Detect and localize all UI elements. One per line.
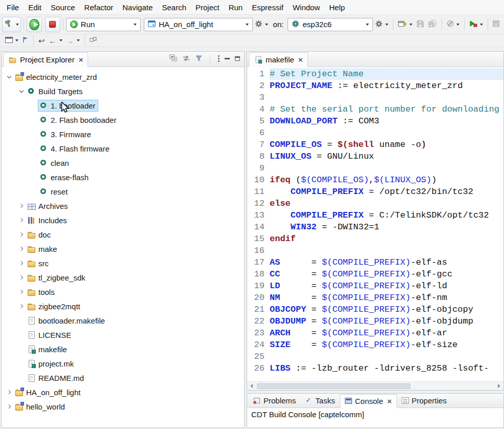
menu-file[interactable]: File [2, 1, 24, 14]
expander-slot[interactable] [5, 388, 13, 397]
tree-item-makefile[interactable]: makefile [2, 342, 244, 356]
code-editor[interactable]: 1# Set Project Name2PROJECT_NAME := elec… [247, 67, 503, 381]
tree-item-bootloader-makefile[interactable]: bootloader.makefile [2, 313, 244, 328]
tab-tasks[interactable]: Tasks [300, 394, 339, 407]
save-all-button[interactable] [426, 17, 439, 32]
tab-properties[interactable]: Properties [397, 394, 451, 407]
run-mode-combo[interactable]: Run [66, 18, 141, 31]
launch-config-combo[interactable]: HA_on_off_light [144, 18, 252, 31]
code-token: = [280, 293, 322, 303]
tree-item-hello-world[interactable]: hello_world [2, 399, 244, 414]
target-combo[interactable]: esp32c6 [288, 18, 373, 31]
menu-edit[interactable]: Edit [24, 1, 46, 14]
menu-navigate[interactable]: Navigate [118, 1, 157, 14]
tree-item-includes[interactable]: Includes [2, 213, 244, 227]
menu-refactor[interactable]: Refactor [80, 1, 118, 14]
tree-item-zigbee2mqtt[interactable]: zigbee2mqtt [2, 299, 244, 313]
expander-slot[interactable] [17, 245, 26, 253]
menu-espressif[interactable]: Espressif [247, 1, 288, 14]
line-text [270, 245, 503, 256]
build-hammer-button[interactable] [2, 17, 21, 32]
tab-makefile[interactable]: makefile × [249, 52, 308, 67]
expander-slot[interactable] [17, 302, 26, 311]
expander-slot[interactable] [17, 216, 26, 225]
link-with-editor-icon[interactable] [182, 54, 190, 63]
maximize-icon[interactable] [235, 56, 240, 61]
code-token: = [280, 269, 322, 279]
back-button[interactable]: ← [47, 35, 64, 46]
menu-help[interactable]: Help [324, 1, 349, 14]
expander-slot[interactable] [5, 73, 13, 81]
chevron-collapsed-icon [18, 261, 23, 265]
skip-breakpoints-button[interactable] [445, 17, 462, 32]
menu-run[interactable]: Run [224, 1, 248, 14]
expander-slot[interactable] [17, 259, 26, 268]
tab-project-explorer[interactable]: Project Explorer × [3, 52, 88, 67]
tree-item-src[interactable]: src [2, 256, 244, 270]
tree-item-electricity-meter-zrd[interactable]: electricity_meter_zrd [2, 70, 244, 84]
view-menu-icon[interactable] [218, 55, 220, 62]
menu-search[interactable]: Search [157, 1, 191, 14]
tree-item-license[interactable]: LICENSE [2, 328, 244, 342]
tree-item-3-firmware[interactable]: 3. Firmware [2, 127, 244, 141]
target-gear-button[interactable] [373, 17, 390, 32]
stop-button[interactable] [45, 17, 60, 32]
code-line: 4# Set the serial port number for downlo… [247, 103, 503, 115]
menu-source[interactable]: Source [46, 1, 80, 14]
horizontal-scrollbar[interactable] [247, 381, 503, 390]
tab-label: Problems [264, 396, 296, 405]
minimize-icon[interactable] [225, 58, 230, 59]
menu-window[interactable]: Window [288, 1, 324, 14]
tree-item-archives[interactable]: Archives [2, 199, 244, 213]
close-icon[interactable]: × [387, 397, 392, 405]
save-button[interactable] [414, 17, 426, 32]
tree-item-reset[interactable]: reset [2, 184, 244, 199]
tree-item-build-targets[interactable]: Build Targets [2, 84, 244, 98]
expander-slot[interactable] [17, 273, 26, 282]
link-editor-button[interactable] [87, 35, 99, 46]
expander-slot[interactable] [17, 202, 26, 210]
last-edit-location-button[interactable]: ↩ [36, 35, 47, 46]
launch-config-gear-button[interactable] [253, 17, 270, 32]
scrollbar-thumb[interactable] [257, 383, 410, 389]
external-tools-button[interactable] [467, 17, 485, 32]
tree-item-erase-flash[interactable]: erase-flash [2, 170, 244, 184]
menu-project[interactable]: Project [191, 1, 224, 14]
expander-slot[interactable] [17, 230, 26, 239]
code-line: 14 WIN32 = -DWIN32=1 [247, 221, 503, 233]
new-wizard-button[interactable] [396, 17, 414, 32]
tree-item-2-flash-bootloader[interactable]: 2. Flash bootloader [2, 113, 244, 127]
tree-item-1-bootloader[interactable]: 1. bootloader [2, 98, 244, 113]
tab-problems[interactable]: Problems [249, 394, 300, 407]
tree-item-readme-md[interactable]: README.md [2, 371, 244, 385]
filter-icon[interactable] [195, 54, 202, 63]
tree-item-label: reset [51, 187, 68, 196]
tree-item-clean[interactable]: clean [2, 156, 244, 170]
line-text: else [270, 198, 503, 209]
pin-button[interactable] [20, 35, 31, 46]
close-icon[interactable]: × [79, 56, 83, 63]
expander-slot[interactable] [17, 87, 26, 96]
expander-slot[interactable] [5, 402, 13, 411]
tree-item-label: README.md [38, 374, 84, 382]
overflow-button[interactable] [491, 17, 502, 32]
close-icon[interactable]: × [298, 56, 303, 63]
tree-item-tl-zigbee-sdk[interactable]: tl_zigbee_sdk [2, 270, 244, 285]
tree-item-4-flash-firmware[interactable]: 4. Flash firmware [2, 141, 244, 156]
forward-button[interactable]: → [64, 35, 82, 46]
tree-item-make[interactable]: make [2, 242, 244, 256]
tab-console[interactable]: Console× [340, 394, 397, 408]
gear-icon [375, 20, 383, 29]
tree-item-tools[interactable]: tools [2, 285, 244, 299]
line-number: 19 [247, 280, 270, 292]
project-tree[interactable]: electricity_meter_zrdBuild Targets1. boo… [2, 67, 244, 427]
collapse-all-icon[interactable] [169, 54, 177, 63]
tree-item-ha-on-off-light[interactable]: HA_on_off_light [2, 385, 244, 399]
scroll-left-icon[interactable] [247, 382, 256, 390]
console-view-button[interactable] [3, 35, 20, 46]
scroll-right-icon[interactable] [495, 382, 503, 390]
run-button[interactable] [27, 17, 42, 32]
expander-slot[interactable] [17, 288, 26, 296]
tree-item-project-mk[interactable]: project.mk [2, 356, 244, 371]
tree-item-doc[interactable]: doc [2, 227, 244, 242]
